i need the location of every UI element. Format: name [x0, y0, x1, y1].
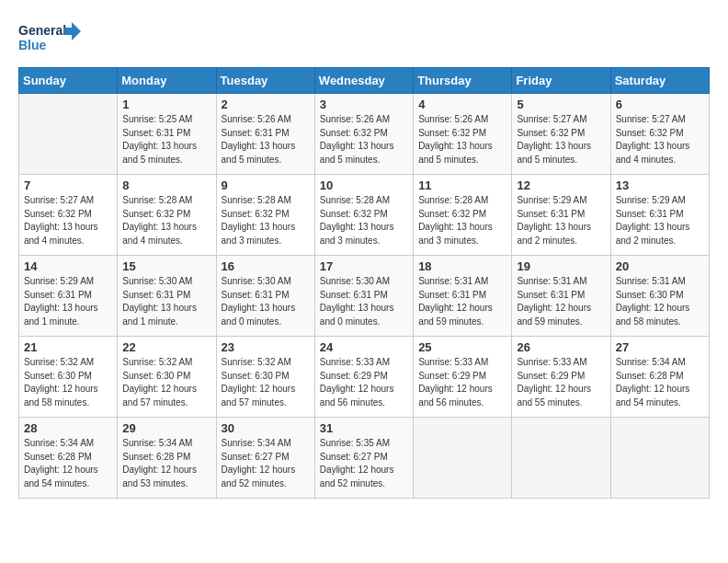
day-content: Sunrise: 5:32 AM Sunset: 6:30 PM Dayligh… — [222, 356, 310, 409]
calendar-cell: 29Sunrise: 5:34 AM Sunset: 6:28 PM Dayli… — [118, 418, 216, 499]
day-content: Sunrise: 5:30 AM Sunset: 6:31 PM Dayligh… — [222, 275, 310, 328]
day-content: Sunrise: 5:34 AM Sunset: 6:28 PM Dayligh… — [122, 437, 210, 490]
calendar-cell: 11Sunrise: 5:28 AM Sunset: 6:32 PM Dayli… — [414, 175, 512, 256]
day-content: Sunrise: 5:27 AM Sunset: 6:32 PM Dayligh… — [517, 113, 605, 167]
day-number: 25 — [418, 340, 506, 354]
day-number: 2 — [222, 98, 310, 111]
day-number: 4 — [418, 98, 506, 111]
calendar-cell: 8Sunrise: 5:28 AM Sunset: 6:32 PM Daylig… — [118, 175, 216, 256]
day-number: 15 — [122, 259, 210, 273]
day-content: Sunrise: 5:31 AM Sunset: 6:30 PM Dayligh… — [616, 275, 704, 328]
calendar-cell: 19Sunrise: 5:31 AM Sunset: 6:31 PM Dayli… — [512, 256, 610, 337]
day-number: 8 — [122, 178, 210, 192]
day-content: Sunrise: 5:29 AM Sunset: 6:31 PM Dayligh… — [517, 194, 605, 247]
day-number: 26 — [517, 340, 605, 354]
day-content: Sunrise: 5:32 AM Sunset: 6:30 PM Dayligh… — [122, 356, 210, 409]
calendar-cell: 31Sunrise: 5:35 AM Sunset: 6:27 PM Dayli… — [314, 418, 413, 499]
calendar-cell: 30Sunrise: 5:34 AM Sunset: 6:27 PM Dayli… — [216, 418, 314, 499]
day-content: Sunrise: 5:27 AM Sunset: 6:32 PM Dayligh… — [24, 194, 112, 247]
day-number: 30 — [222, 421, 310, 435]
day-content: Sunrise: 5:32 AM Sunset: 6:30 PM Dayligh… — [24, 356, 112, 409]
calendar-cell: 22Sunrise: 5:32 AM Sunset: 6:30 PM Dayli… — [118, 337, 216, 418]
calendar-cell: 6Sunrise: 5:27 AM Sunset: 6:32 PM Daylig… — [610, 94, 709, 175]
day-number: 13 — [616, 178, 704, 192]
week-row-4: 28Sunrise: 5:34 AM Sunset: 6:28 PM Dayli… — [19, 418, 710, 499]
logo-svg: General Blue — [18, 18, 83, 60]
day-content: Sunrise: 5:25 AM Sunset: 6:31 PM Dayligh… — [122, 113, 210, 167]
svg-text:General: General — [18, 23, 66, 38]
day-number: 27 — [616, 340, 704, 354]
svg-marker-2 — [64, 22, 81, 40]
calendar-cell: 3Sunrise: 5:26 AM Sunset: 6:32 PM Daylig… — [314, 94, 413, 175]
day-number: 24 — [320, 340, 408, 354]
day-content: Sunrise: 5:33 AM Sunset: 6:29 PM Dayligh… — [418, 356, 506, 409]
day-number: 3 — [320, 98, 408, 111]
day-number: 7 — [24, 178, 112, 192]
day-content: Sunrise: 5:28 AM Sunset: 6:32 PM Dayligh… — [222, 194, 310, 247]
calendar-cell: 10Sunrise: 5:28 AM Sunset: 6:32 PM Dayli… — [314, 175, 413, 256]
day-number: 10 — [320, 178, 408, 192]
day-content: Sunrise: 5:31 AM Sunset: 6:31 PM Dayligh… — [517, 275, 605, 328]
header-tuesday: Tuesday — [216, 68, 314, 94]
header-thursday: Thursday — [414, 68, 512, 94]
calendar-table: SundayMondayTuesdayWednesdayThursdayFrid… — [18, 67, 710, 499]
day-number: 31 — [320, 421, 408, 435]
calendar-cell: 7Sunrise: 5:27 AM Sunset: 6:32 PM Daylig… — [19, 175, 118, 256]
day-content: Sunrise: 5:34 AM Sunset: 6:27 PM Dayligh… — [222, 437, 310, 490]
calendar-cell: 24Sunrise: 5:33 AM Sunset: 6:29 PM Dayli… — [314, 337, 413, 418]
day-content: Sunrise: 5:29 AM Sunset: 6:31 PM Dayligh… — [24, 275, 112, 328]
calendar-cell: 18Sunrise: 5:31 AM Sunset: 6:31 PM Dayli… — [414, 256, 512, 337]
day-content: Sunrise: 5:34 AM Sunset: 6:28 PM Dayligh… — [24, 437, 112, 490]
day-content: Sunrise: 5:28 AM Sunset: 6:32 PM Dayligh… — [418, 194, 506, 247]
calendar-cell: 2Sunrise: 5:26 AM Sunset: 6:31 PM Daylig… — [216, 94, 314, 175]
day-content: Sunrise: 5:27 AM Sunset: 6:32 PM Dayligh… — [616, 113, 704, 167]
day-content: Sunrise: 5:26 AM Sunset: 6:32 PM Dayligh… — [320, 113, 408, 167]
day-number: 29 — [122, 421, 210, 435]
header-sunday: Sunday — [19, 68, 118, 94]
calendar-cell: 13Sunrise: 5:29 AM Sunset: 6:31 PM Dayli… — [610, 175, 709, 256]
day-content: Sunrise: 5:34 AM Sunset: 6:28 PM Dayligh… — [616, 356, 704, 409]
day-number: 16 — [222, 259, 310, 273]
calendar-cell: 17Sunrise: 5:30 AM Sunset: 6:31 PM Dayli… — [314, 256, 413, 337]
header-friday: Friday — [512, 68, 610, 94]
day-content: Sunrise: 5:33 AM Sunset: 6:29 PM Dayligh… — [517, 356, 605, 409]
calendar-cell: 25Sunrise: 5:33 AM Sunset: 6:29 PM Dayli… — [414, 337, 512, 418]
calendar-cell: 21Sunrise: 5:32 AM Sunset: 6:30 PM Dayli… — [19, 337, 118, 418]
calendar-cell: 26Sunrise: 5:33 AM Sunset: 6:29 PM Dayli… — [512, 337, 610, 418]
calendar-cell: 15Sunrise: 5:30 AM Sunset: 6:31 PM Dayli… — [118, 256, 216, 337]
day-number: 6 — [616, 98, 704, 111]
calendar-cell: 9Sunrise: 5:28 AM Sunset: 6:32 PM Daylig… — [216, 175, 314, 256]
calendar-cell: 28Sunrise: 5:34 AM Sunset: 6:28 PM Dayli… — [19, 418, 118, 499]
header-monday: Monday — [118, 68, 216, 94]
day-number: 19 — [517, 259, 605, 273]
day-content: Sunrise: 5:26 AM Sunset: 6:32 PM Dayligh… — [418, 113, 506, 167]
day-content: Sunrise: 5:30 AM Sunset: 6:31 PM Dayligh… — [320, 275, 408, 328]
logo: General Blue — [18, 18, 83, 60]
calendar-cell: 1Sunrise: 5:25 AM Sunset: 6:31 PM Daylig… — [118, 94, 216, 175]
day-content: Sunrise: 5:26 AM Sunset: 6:31 PM Dayligh… — [222, 113, 310, 167]
day-number: 18 — [418, 259, 506, 273]
page-header: General Blue — [18, 18, 710, 60]
day-content: Sunrise: 5:29 AM Sunset: 6:31 PM Dayligh… — [616, 194, 704, 247]
calendar-cell — [610, 418, 709, 499]
day-number: 17 — [320, 259, 408, 273]
day-number: 12 — [517, 178, 605, 192]
calendar-cell: 5Sunrise: 5:27 AM Sunset: 6:32 PM Daylig… — [512, 94, 610, 175]
day-number: 21 — [24, 340, 112, 354]
day-number: 5 — [517, 98, 605, 111]
header-saturday: Saturday — [610, 68, 709, 94]
day-number: 22 — [122, 340, 210, 354]
svg-text:Blue: Blue — [18, 38, 47, 52]
day-content: Sunrise: 5:31 AM Sunset: 6:31 PM Dayligh… — [418, 275, 506, 328]
day-number: 23 — [222, 340, 310, 354]
header-wednesday: Wednesday — [314, 68, 413, 94]
calendar-cell: 27Sunrise: 5:34 AM Sunset: 6:28 PM Dayli… — [610, 337, 709, 418]
day-number: 1 — [122, 98, 210, 111]
day-content: Sunrise: 5:30 AM Sunset: 6:31 PM Dayligh… — [122, 275, 210, 328]
calendar-cell: 4Sunrise: 5:26 AM Sunset: 6:32 PM Daylig… — [414, 94, 512, 175]
day-number: 14 — [24, 259, 112, 273]
calendar-cell: 23Sunrise: 5:32 AM Sunset: 6:30 PM Dayli… — [216, 337, 314, 418]
day-content: Sunrise: 5:28 AM Sunset: 6:32 PM Dayligh… — [320, 194, 408, 247]
week-row-1: 7Sunrise: 5:27 AM Sunset: 6:32 PM Daylig… — [19, 175, 710, 256]
day-number: 28 — [24, 421, 112, 435]
